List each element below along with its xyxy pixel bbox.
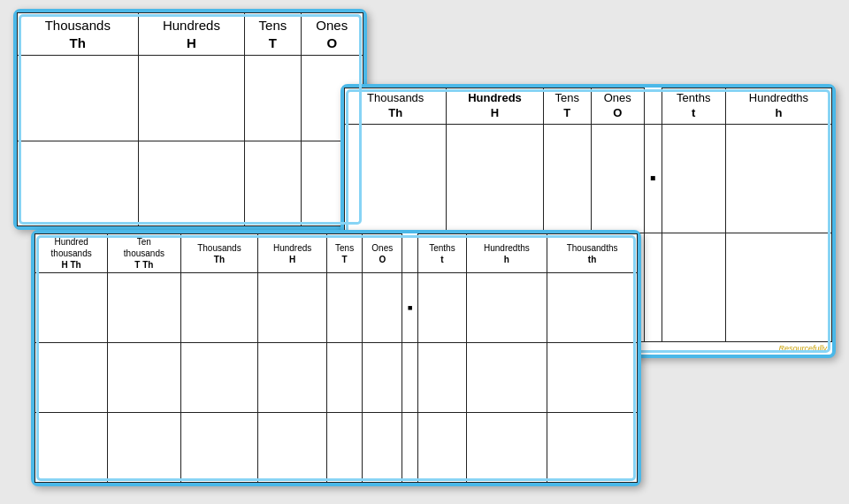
col-decimal-header	[402, 234, 418, 273]
table-row: ▪	[35, 273, 638, 343]
cell	[18, 141, 139, 226]
cell	[418, 273, 466, 343]
col-tenths: Tenthst	[662, 88, 725, 125]
cell	[363, 343, 402, 413]
cell	[466, 343, 547, 413]
table-row	[18, 141, 363, 226]
cell	[662, 233, 725, 341]
col-hundredths: Hundredthsh	[466, 234, 547, 273]
cell	[466, 273, 547, 343]
cell	[18, 56, 139, 141]
decimal-cell	[402, 413, 418, 483]
table-row: ▪	[345, 124, 832, 233]
cell	[662, 124, 725, 233]
cell	[108, 413, 180, 483]
col-ones: OnesO	[591, 88, 644, 125]
cell	[326, 413, 362, 483]
decimal-cell	[644, 233, 662, 341]
col-thousands: ThousandsTh	[345, 88, 447, 125]
cell	[180, 343, 258, 413]
col-tens: TensT	[543, 88, 591, 125]
col-hundreds: HundredsH	[258, 234, 327, 273]
cell	[258, 343, 327, 413]
col-hundreds: HundredsH	[447, 88, 543, 125]
col-ten-thousands: TenthousandsT Th	[108, 234, 180, 273]
col-thousands: ThousandsTh	[180, 234, 258, 273]
col-thousandths: Thousandthsth	[547, 234, 638, 273]
col-thousands: ThousandsTh	[18, 13, 139, 56]
cell	[547, 413, 638, 483]
col-hundredths: Hundredthsh	[725, 88, 831, 125]
cell	[35, 343, 108, 413]
decimal-cell	[402, 343, 418, 413]
table-row	[35, 343, 638, 413]
cell	[245, 141, 301, 226]
decimal-cell: ▪	[402, 273, 418, 343]
col-hundred-thousands: HundredthousandsH Th	[35, 234, 108, 273]
cell	[543, 124, 591, 233]
card-thousands-ones: ThousandsTh HundredsH TensT OnesO	[13, 9, 367, 230]
col-ones: OnesO	[301, 13, 363, 56]
card-hundredthousands-thousandths: HundredthousandsH Th TenthousandsT Th Th…	[31, 230, 641, 486]
cell	[108, 343, 180, 413]
col-tenths: Tenthst	[418, 234, 466, 273]
cell	[180, 273, 258, 343]
cell	[466, 413, 547, 483]
cell	[345, 124, 447, 233]
table-row	[35, 413, 638, 483]
col-tens: TensT	[326, 234, 362, 273]
cell	[108, 273, 180, 343]
col-ones: OnesO	[363, 234, 402, 273]
col-decimal-point	[644, 88, 662, 125]
cell	[180, 413, 258, 483]
cell	[547, 273, 638, 343]
cell	[418, 413, 466, 483]
cell	[258, 413, 327, 483]
col-hundreds: HundredsH	[138, 13, 245, 56]
cell	[35, 273, 108, 343]
cell	[725, 124, 831, 233]
cell	[245, 56, 301, 141]
cell	[363, 273, 402, 343]
cell	[725, 233, 831, 341]
cell	[547, 343, 638, 413]
col-tens: TensT	[245, 13, 301, 56]
cell	[258, 273, 327, 343]
cell	[591, 124, 644, 233]
table-row	[18, 56, 363, 141]
cell	[418, 343, 466, 413]
cell	[138, 141, 245, 226]
cell	[447, 124, 543, 233]
cell	[363, 413, 402, 483]
cell	[138, 56, 245, 141]
cell	[35, 413, 108, 483]
cell	[326, 343, 362, 413]
decimal-cell: ▪	[644, 124, 662, 233]
cell	[326, 273, 362, 343]
